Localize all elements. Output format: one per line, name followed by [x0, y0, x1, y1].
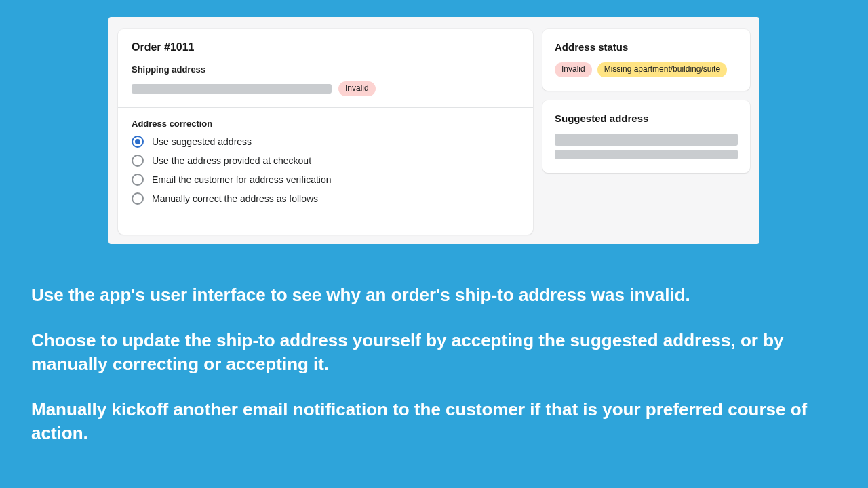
address-status-title: Address status [555, 41, 738, 53]
shipping-address-redacted [132, 84, 332, 94]
order-title: Order #1011 [132, 41, 519, 54]
suggested-address-lines [555, 134, 738, 159]
status-badges: Invalid Missing apartment/building/suite [555, 62, 738, 77]
status-invalid-badge: Invalid [555, 62, 592, 77]
shipping-address-label: Shipping address [132, 64, 519, 75]
radio-label: Manually correct the address as follows [152, 193, 318, 204]
columns: Order #1011 Shipping address Invalid Add… [118, 29, 750, 235]
suggested-address-card: Suggested address [542, 100, 750, 173]
radio-use-suggested[interactable]: Use suggested address [132, 136, 519, 148]
order-card: Order #1011 Shipping address Invalid Add… [118, 29, 533, 235]
shipping-address-row: Invalid [132, 81, 519, 96]
right-column: Address status Invalid Missing apartment… [542, 29, 750, 235]
address-correction-title: Address correction [132, 119, 519, 129]
correction-radio-group: Use suggested address Use the address pr… [132, 136, 519, 205]
left-column: Order #1011 Shipping address Invalid Add… [118, 29, 533, 235]
suggested-address-title: Suggested address [555, 113, 738, 124]
radio-icon [132, 174, 144, 186]
suggested-line-redacted [555, 134, 738, 146]
radio-label: Email the customer for address verificat… [152, 174, 332, 185]
order-header-section: Order #1011 Shipping address Invalid [118, 29, 533, 107]
address-status-card: Address status Invalid Missing apartment… [542, 29, 750, 91]
status-missing-badge: Missing apartment/building/suite [597, 62, 727, 77]
caption-line-2: Choose to update the ship-to address you… [31, 329, 838, 376]
radio-email-customer[interactable]: Email the customer for address verificat… [132, 174, 519, 186]
radio-label: Use suggested address [152, 136, 252, 147]
caption-line-1: Use the app's user interface to see why … [31, 283, 838, 307]
marketing-caption: Use the app's user interface to see why … [31, 283, 838, 445]
caption-line-3: Manually kickoff another email notificat… [31, 398, 838, 445]
radio-label: Use the address provided at checkout [152, 155, 311, 166]
invalid-badge: Invalid [338, 81, 376, 96]
radio-icon [132, 192, 144, 205]
radio-icon [132, 136, 144, 148]
address-correction-section: Address correction Use suggested address… [118, 108, 533, 217]
suggested-line-redacted [555, 150, 738, 159]
radio-icon [132, 155, 144, 167]
radio-manually-correct[interactable]: Manually correct the address as follows [132, 192, 519, 205]
radio-use-checkout-address[interactable]: Use the address provided at checkout [132, 155, 519, 167]
app-panel: Order #1011 Shipping address Invalid Add… [108, 17, 760, 244]
